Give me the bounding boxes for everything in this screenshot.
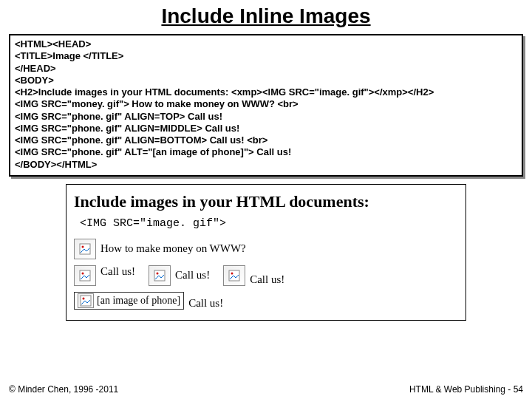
broken-image-icon [149,265,171,286]
code-line: <IMG SRC="phone. gif" ALIGN=BOTTOM> Call… [15,134,517,146]
code-line: <IMG SRC="phone. gif" ALT="[an image of … [15,146,517,158]
code-line: <BODY> [15,75,517,86]
code-line: </HEAD> [15,63,517,75]
code-line: <HTML><HEAD> [15,38,517,50]
render-row-calls: Call us! Call us! Call us! [74,262,458,289]
render-text: Call us! [100,265,135,278]
code-line: <IMG SRC="phone. gif" ALIGN=MIDDLE> Call… [15,123,517,134]
svg-point-7 [231,272,233,274]
broken-image-icon [78,293,94,308]
broken-image-icon [74,265,96,286]
code-line: <IMG SRC="phone. gif" ALIGN=TOP> Call us… [15,111,517,123]
render-text: Call us! [188,297,223,310]
slide-title: Include Inline Images [0,4,532,28]
svg-point-3 [82,272,84,274]
footer-right: HTML & Web Publishing - 54 [409,384,523,395]
code-line: </BODY></HTML> [15,159,517,171]
footer-left: © Minder Chen, 1996 -2011 [9,384,118,395]
render-box: Include images in your HTML documents: <… [66,184,466,321]
broken-image-icon [223,265,245,286]
render-text: Call us! [175,269,210,282]
code-line: <H2>Include images in your HTML document… [15,86,517,98]
render-row-money: How to make money on WWW? [74,239,458,259]
code-box: <HTML><HEAD> <TITLE>Image </TITLE> </HEA… [9,34,523,177]
render-text: Call us! [250,273,284,286]
svg-point-5 [157,272,159,274]
code-line: <IMG SRC="money. gif"> How to make money… [15,98,517,110]
render-subcode: <IMG SRC="image. gif"> [80,217,458,230]
render-heading: Include images in your HTML documents: [74,192,458,211]
svg-point-1 [82,245,84,248]
alt-text-box: [an image of phone] [74,292,184,310]
alt-text: [an image of phone] [97,295,180,307]
svg-point-9 [83,297,85,299]
broken-image-icon [74,239,96,259]
render-text: How to make money on WWW? [100,242,246,255]
code-line: <TITLE>Image </TITLE> [15,50,517,62]
render-row-alt: [an image of phone] Call us! [74,292,458,310]
